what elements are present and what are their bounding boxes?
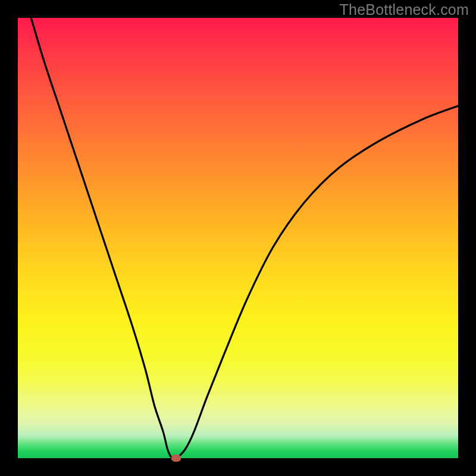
optimal-point-marker bbox=[171, 455, 181, 462]
curve-svg bbox=[18, 18, 458, 458]
watermark-text: TheBottleneck.com bbox=[340, 1, 469, 18]
bottleneck-curve bbox=[31, 18, 458, 459]
chart-frame: TheBottleneck.com bbox=[0, 0, 476, 476]
plot-area bbox=[18, 18, 458, 458]
